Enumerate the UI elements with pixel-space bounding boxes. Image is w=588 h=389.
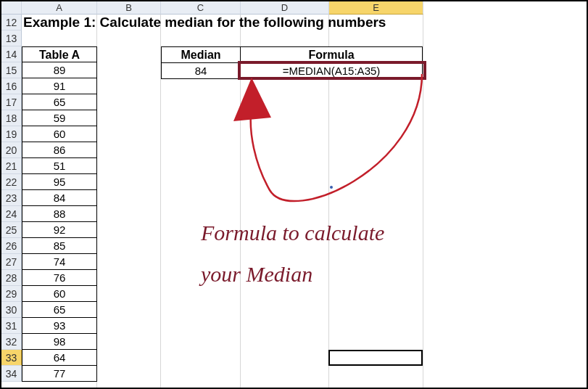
table-a-cell[interactable]: 51 bbox=[22, 158, 97, 174]
table-a-cell[interactable]: 91 bbox=[22, 78, 97, 94]
annotation-line2: your Median bbox=[201, 262, 312, 286]
row-header-14[interactable]: 14 bbox=[1, 46, 22, 62]
table-a-cell[interactable]: 92 bbox=[22, 222, 97, 238]
row-header-28[interactable]: 28 bbox=[1, 270, 22, 286]
median-value-cell[interactable]: 84 bbox=[162, 63, 241, 79]
row-header-20[interactable]: 20 bbox=[1, 142, 22, 158]
row-header-27[interactable]: 27 bbox=[1, 254, 22, 270]
annotation-text: Formula to calculate your Median bbox=[201, 212, 384, 295]
table-a-cell[interactable]: 74 bbox=[22, 254, 97, 270]
row-header-29[interactable]: 29 bbox=[1, 286, 22, 302]
gridline bbox=[423, 15, 423, 388]
table-a-cell[interactable]: 98 bbox=[22, 334, 97, 350]
row-header-17[interactable]: 17 bbox=[1, 94, 22, 110]
table-a-cell[interactable]: 88 bbox=[22, 206, 97, 222]
row-header-31[interactable]: 31 bbox=[1, 318, 22, 334]
row-header-19[interactable]: 19 bbox=[1, 126, 22, 142]
table-a-header[interactable]: Table A bbox=[22, 46, 97, 62]
row-header-21[interactable]: 21 bbox=[1, 158, 22, 174]
row-header-22[interactable]: 22 bbox=[1, 174, 22, 190]
row-header-26[interactable]: 26 bbox=[1, 238, 22, 254]
row-header-13[interactable]: 13 bbox=[1, 30, 22, 46]
table-a-cell[interactable]: 77 bbox=[22, 366, 97, 382]
row-header-15[interactable]: 15 bbox=[1, 62, 22, 78]
row-headers: 1213141516171819202122232425262728293031… bbox=[1, 15, 22, 382]
table-a-cell[interactable]: 59 bbox=[22, 110, 97, 126]
table-a-cell[interactable]: 64 bbox=[22, 350, 97, 366]
col-header-A[interactable]: A bbox=[22, 1, 97, 15]
table-a-cell[interactable]: 76 bbox=[22, 270, 97, 286]
table-a-cell[interactable]: 95 bbox=[22, 174, 97, 190]
column-headers: A B C D E bbox=[1, 1, 423, 15]
row-header-18[interactable]: 18 bbox=[1, 110, 22, 126]
median-block: Median Formula 84 =MEDIAN(A15:A35) bbox=[161, 46, 423, 79]
annotation-line1: Formula to calculate bbox=[201, 221, 384, 245]
row-header-34[interactable]: 34 bbox=[1, 366, 22, 382]
page-title: Example 1: Calculate median for the foll… bbox=[23, 15, 386, 30]
col-header-B[interactable]: B bbox=[97, 1, 161, 15]
row-header-32[interactable]: 32 bbox=[1, 334, 22, 350]
row-header-12[interactable]: 12 bbox=[1, 15, 22, 30]
table-a: Table A899165596086519584889285747660659… bbox=[22, 46, 97, 382]
row-header-30[interactable]: 30 bbox=[1, 302, 22, 318]
col-header-D[interactable]: D bbox=[241, 1, 329, 15]
table-a-cell[interactable]: 89 bbox=[22, 62, 97, 78]
svg-marker-0 bbox=[233, 78, 271, 121]
row-header-25[interactable]: 25 bbox=[1, 222, 22, 238]
table-a-cell[interactable]: 60 bbox=[22, 286, 97, 302]
table-a-cell[interactable]: 60 bbox=[22, 126, 97, 142]
col-header-C[interactable]: C bbox=[161, 1, 241, 15]
formula-text-cell[interactable]: =MEDIAN(A15:A35) bbox=[241, 63, 423, 79]
table-a-cell[interactable]: 65 bbox=[22, 302, 97, 318]
spreadsheet-frame: A B C D E 121314151617181920212223242526… bbox=[0, 0, 588, 389]
table-a-cell[interactable]: 65 bbox=[22, 94, 97, 110]
table-a-cell[interactable]: 85 bbox=[22, 238, 97, 254]
table-a-cell[interactable]: 84 bbox=[22, 190, 97, 206]
row-header-24[interactable]: 24 bbox=[1, 206, 22, 222]
col-header-E[interactable]: E bbox=[329, 1, 423, 15]
table-a-cell[interactable]: 93 bbox=[22, 318, 97, 334]
svg-point-1 bbox=[330, 186, 333, 189]
row-header-23[interactable]: 23 bbox=[1, 190, 22, 206]
median-header: Median bbox=[162, 47, 241, 63]
table-a-cell[interactable]: 86 bbox=[22, 142, 97, 158]
row-header-16[interactable]: 16 bbox=[1, 78, 22, 94]
active-cell[interactable] bbox=[328, 350, 423, 366]
formula-header: Formula bbox=[241, 47, 423, 63]
select-all-corner[interactable] bbox=[1, 1, 22, 15]
row-header-33[interactable]: 33 bbox=[1, 350, 22, 366]
